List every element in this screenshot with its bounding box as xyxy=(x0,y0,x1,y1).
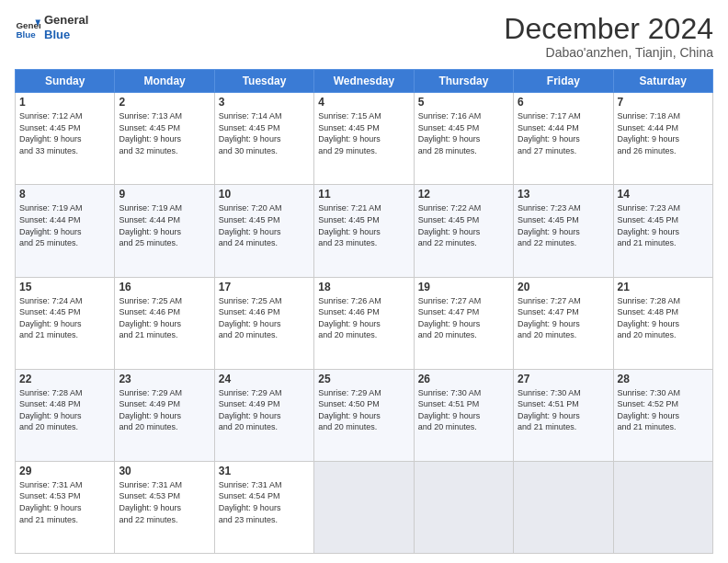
week-row-2: 8 Sunrise: 7:19 AMSunset: 4:44 PMDayligh… xyxy=(16,185,713,277)
col-sunday: Sunday xyxy=(16,70,115,93)
table-row: 12 Sunrise: 7:22 AMSunset: 4:45 PMDaylig… xyxy=(414,185,513,277)
table-row: 7 Sunrise: 7:18 AMSunset: 4:44 PMDayligh… xyxy=(613,93,712,185)
col-thursday: Thursday xyxy=(414,70,513,93)
table-row: 9 Sunrise: 7:19 AMSunset: 4:44 PMDayligh… xyxy=(115,185,214,277)
table-row: 11 Sunrise: 7:21 AMSunset: 4:45 PMDaylig… xyxy=(314,185,414,277)
table-row: 2 Sunrise: 7:13 AMSunset: 4:45 PMDayligh… xyxy=(115,93,214,185)
table-row: 15 Sunrise: 7:24 AMSunset: 4:45 PMDaylig… xyxy=(16,277,115,369)
col-tuesday: Tuesday xyxy=(214,70,313,93)
empty-cell xyxy=(613,461,712,553)
table-row: 4 Sunrise: 7:15 AMSunset: 4:45 PMDayligh… xyxy=(314,93,414,185)
table-row: 25 Sunrise: 7:29 AMSunset: 4:50 PMDaylig… xyxy=(314,369,414,461)
table-row: 18 Sunrise: 7:26 AMSunset: 4:46 PMDaylig… xyxy=(314,277,414,369)
table-row: 5 Sunrise: 7:16 AMSunset: 4:45 PMDayligh… xyxy=(414,93,513,185)
table-row: 26 Sunrise: 7:30 AMSunset: 4:51 PMDaylig… xyxy=(414,369,513,461)
table-row: 10 Sunrise: 7:20 AMSunset: 4:45 PMDaylig… xyxy=(214,185,313,277)
col-wednesday: Wednesday xyxy=(314,70,414,93)
page: General Blue General Blue December 2024 … xyxy=(0,0,728,563)
table-row: 21 Sunrise: 7:28 AMSunset: 4:48 PMDaylig… xyxy=(613,277,712,369)
table-row: 31 Sunrise: 7:31 AMSunset: 4:54 PMDaylig… xyxy=(214,461,313,553)
table-row: 22 Sunrise: 7:28 AMSunset: 4:48 PMDaylig… xyxy=(16,369,115,461)
table-row: 8 Sunrise: 7:19 AMSunset: 4:44 PMDayligh… xyxy=(16,185,115,277)
logo-general: General xyxy=(44,13,88,28)
table-row: 6 Sunrise: 7:17 AMSunset: 4:44 PMDayligh… xyxy=(514,93,613,185)
title-block: December 2024 Dabao'anzhen, Tianjin, Chi… xyxy=(504,13,713,60)
col-saturday: Saturday xyxy=(613,70,712,93)
table-row: 14 Sunrise: 7:23 AMSunset: 4:45 PMDaylig… xyxy=(613,185,712,277)
table-row: 28 Sunrise: 7:30 AMSunset: 4:52 PMDaylig… xyxy=(613,369,712,461)
logo-icon: General Blue xyxy=(15,15,40,40)
table-row: 19 Sunrise: 7:27 AMSunset: 4:47 PMDaylig… xyxy=(414,277,513,369)
logo: General Blue General Blue xyxy=(15,13,88,41)
empty-cell xyxy=(414,461,513,553)
week-row-1: 1 Sunrise: 7:12 AMSunset: 4:45 PMDayligh… xyxy=(16,93,713,185)
table-row: 3 Sunrise: 7:14 AMSunset: 4:45 PMDayligh… xyxy=(214,93,313,185)
col-friday: Friday xyxy=(514,70,613,93)
table-row: 17 Sunrise: 7:25 AMSunset: 4:46 PMDaylig… xyxy=(214,277,313,369)
table-row: 24 Sunrise: 7:29 AMSunset: 4:49 PMDaylig… xyxy=(214,369,313,461)
table-row: 23 Sunrise: 7:29 AMSunset: 4:49 PMDaylig… xyxy=(115,369,214,461)
logo-blue: Blue xyxy=(44,28,88,42)
col-monday: Monday xyxy=(115,70,214,93)
week-row-3: 15 Sunrise: 7:24 AMSunset: 4:45 PMDaylig… xyxy=(16,277,713,369)
location-subtitle: Dabao'anzhen, Tianjin, China xyxy=(504,45,713,60)
week-row-5: 29 Sunrise: 7:31 AMSunset: 4:53 PMDaylig… xyxy=(16,461,713,553)
table-row: 30 Sunrise: 7:31 AMSunset: 4:53 PMDaylig… xyxy=(115,461,214,553)
empty-cell xyxy=(314,461,414,553)
calendar-table: Sunday Monday Tuesday Wednesday Thursday… xyxy=(15,69,713,554)
table-row: 29 Sunrise: 7:31 AMSunset: 4:53 PMDaylig… xyxy=(16,461,115,553)
table-row: 1 Sunrise: 7:12 AMSunset: 4:45 PMDayligh… xyxy=(16,93,115,185)
svg-text:Blue: Blue xyxy=(16,29,36,40)
table-row: 13 Sunrise: 7:23 AMSunset: 4:45 PMDaylig… xyxy=(514,185,613,277)
table-row: 27 Sunrise: 7:30 AMSunset: 4:51 PMDaylig… xyxy=(514,369,613,461)
table-row: 16 Sunrise: 7:25 AMSunset: 4:46 PMDaylig… xyxy=(115,277,214,369)
week-row-4: 22 Sunrise: 7:28 AMSunset: 4:48 PMDaylig… xyxy=(16,369,713,461)
month-title: December 2024 xyxy=(504,13,713,45)
header: General Blue General Blue December 2024 … xyxy=(15,13,713,60)
calendar-header-row: Sunday Monday Tuesday Wednesday Thursday… xyxy=(16,70,713,93)
empty-cell xyxy=(514,461,613,553)
table-row: 20 Sunrise: 7:27 AMSunset: 4:47 PMDaylig… xyxy=(514,277,613,369)
